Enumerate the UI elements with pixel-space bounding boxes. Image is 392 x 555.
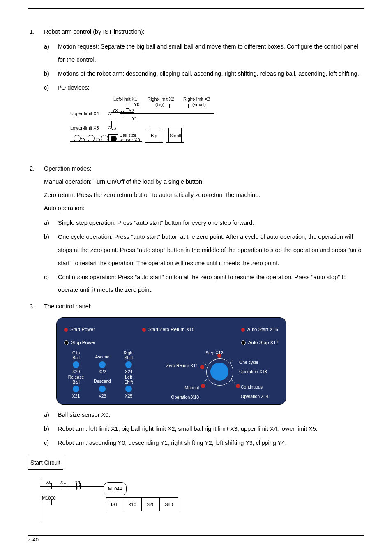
sublist-item: a) Motion request: Separate the big ball… — [44, 40, 364, 67]
label-small-box: Small — [170, 133, 181, 138]
btn-label: Release Ball — [64, 375, 88, 384]
list-lead: The control panel: — [44, 303, 92, 310]
btn-code: X25 — [117, 393, 141, 398]
sublist-text: Continuous operation: Press "auto start"… — [58, 274, 347, 294]
ladder-label: X0 — [46, 477, 51, 487]
sublist-letter: a) — [44, 217, 49, 230]
panel-label: Stop Power — [71, 340, 95, 345]
sublist-item: b) Motions of the robot arm: descending,… — [44, 67, 364, 81]
led-icon — [142, 328, 146, 332]
sublist-text: Robot arm: ascending Y0, descending Y1, … — [58, 439, 286, 446]
paragraph: Manual operation: Turn On/Off of the loa… — [44, 176, 364, 189]
sublist-letter: b) — [44, 231, 49, 244]
sublist-text: One cycle operation: Press "auto start" … — [58, 234, 362, 266]
ladder-label: X1 — [60, 477, 66, 487]
label-left-limit: Left-limit X1 — [113, 97, 137, 102]
led-icon — [217, 354, 221, 358]
ladder-label: M1000 — [42, 493, 56, 503]
btn-label: Left Shift — [117, 375, 141, 384]
sublist-letter: c) — [44, 81, 49, 95]
ladder-instruction: IST X10 S20 S80 — [106, 497, 178, 511]
panel-label: Auto Start X16 — [247, 327, 278, 332]
panel-label: Start Zero Return X15 — [148, 327, 195, 332]
sublist-letter: b) — [44, 67, 49, 81]
paragraph: Auto operation: — [44, 202, 364, 215]
label-big-box: Big — [151, 133, 157, 138]
list-item-2: 2. Operation modes: Manual operation: Tu… — [28, 162, 364, 297]
sublist-item: a) Single step operation: Press "auto st… — [44, 217, 364, 230]
mode-label: Manual Operation X10 — [166, 383, 199, 402]
ist-arg: S80 — [160, 498, 178, 511]
label-right-limit-small: Right-limit X3 — [183, 97, 210, 102]
mode-label: Zero Return X11 — [157, 361, 198, 370]
btn-code: X22 — [90, 369, 114, 374]
panel-label: Start Power — [70, 327, 95, 332]
sublist-item: c) I/O devices: Left-limit X1 Right-limi… — [44, 81, 364, 159]
sublist-item: b) One cycle operation: Press "auto star… — [44, 231, 364, 270]
ladder-coil: M1044 — [104, 482, 127, 495]
sublist-text: Robot arm: left limit X1, big ball right… — [58, 426, 318, 432]
label-sensor: sensor X0 — [120, 137, 140, 142]
list-lead: Robot arm control (by IST instruction): — [44, 28, 145, 35]
button-icon[interactable] — [125, 386, 132, 392]
panel-label: Auto Stop X17 — [248, 340, 279, 345]
ladder-label: Y4 — [75, 477, 80, 487]
ist-arg: X10 — [123, 498, 142, 511]
sublist-letter: a) — [44, 40, 49, 53]
io-diagram: Left-limit X1 Right-limit X2 Right-limit… — [70, 97, 243, 158]
sublist-letter: c) — [44, 437, 49, 450]
label-upper-limit: Upper-limit X4 — [70, 111, 99, 116]
selector-knob[interactable] — [206, 358, 233, 386]
list-number: 3. — [30, 300, 35, 313]
list-number: 1. — [30, 25, 35, 39]
led-icon — [64, 328, 68, 332]
sublist-letter: c) — [44, 271, 49, 284]
sublist-letter: b) — [44, 423, 49, 436]
button-icon[interactable] — [73, 361, 79, 368]
page-number: 7-40 — [28, 536, 39, 543]
led-icon — [236, 384, 240, 388]
ladder-diagram: X0 X1 Y4 M1044 M1000 IST X10 S20 S80 — [40, 477, 212, 523]
btn-code: X21 — [64, 393, 88, 398]
label-small: (small) — [192, 102, 206, 107]
sublist-text: Motion request: Separate the big ball an… — [58, 43, 358, 63]
button-icon[interactable] — [125, 361, 132, 368]
sublist-text: Motions of the robot arm: descending, cl… — [58, 70, 359, 77]
btn-label: Descend — [90, 375, 114, 384]
sublist-item: b) Robot arm: left limit X1, big ball ri… — [44, 423, 364, 436]
sublist-item: c) Continuous operation: Press "auto sta… — [44, 271, 364, 297]
sublist-item: c) Robot arm: ascending Y0, descending Y… — [44, 437, 364, 450]
btn-code: X24 — [117, 369, 141, 374]
button-icon[interactable] — [73, 386, 79, 392]
led-icon — [241, 328, 245, 332]
label-y2: Y2 — [129, 108, 134, 113]
label-lower-limit: Lower-limit X5 — [70, 125, 99, 130]
label-right-limit-big: Right-limit X2 — [148, 97, 174, 102]
list-lead: Operation modes: — [44, 165, 91, 172]
btn-label: Ascend — [90, 350, 114, 360]
paragraph: Zero return: Press the zero return butto… — [44, 189, 364, 202]
btn-code: X20 — [64, 369, 88, 374]
sublist-letter: a) — [44, 409, 49, 422]
label-y0: Y0 — [134, 102, 139, 107]
mode-selector: Step X12 Zero Return X11 One cycle Opera… — [153, 350, 279, 398]
button-icon[interactable] — [99, 361, 106, 368]
sublist-item: a) Ball size sensor X0. — [44, 409, 364, 422]
led-icon — [241, 340, 246, 345]
ist-op: IST — [106, 498, 123, 511]
led-icon — [200, 365, 204, 369]
sublist-text: I/O devices: — [58, 84, 90, 91]
btn-label: Clip Ball — [64, 350, 88, 360]
mode-label: Continuous Operation X14 — [241, 382, 269, 401]
label-y3: Y3 — [112, 108, 118, 113]
manual-buttons-grid: Clip Ball Ascend Right Shift X20 X22 X24… — [64, 350, 141, 398]
sublist-text: Single step operation: Press "auto start… — [58, 220, 254, 226]
page-footer: 7-40 — [28, 535, 364, 543]
button-icon[interactable] — [99, 386, 106, 392]
led-icon — [201, 384, 205, 388]
led-icon — [64, 340, 69, 345]
ist-arg: S20 — [142, 498, 160, 511]
list-item-1: 1. Robot arm control (by IST instruction… — [28, 25, 364, 158]
label-y1: Y1 — [132, 116, 137, 121]
section-title-box: Start Circuit — [28, 456, 63, 470]
